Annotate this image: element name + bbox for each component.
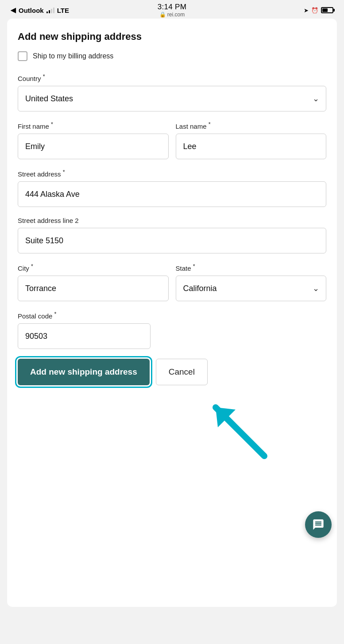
alarm-icon: ⏰ bbox=[311, 7, 318, 14]
location-icon: ➤ bbox=[304, 7, 309, 14]
first-name-label: First name * bbox=[18, 121, 169, 130]
country-select-wrapper: United States ⌄ bbox=[18, 86, 326, 111]
billing-checkbox-label: Ship to my billing address bbox=[33, 52, 113, 60]
bottom-area bbox=[0, 609, 344, 644]
phone-shell: ◀ Outlook LTE 3:14 PM 🔒 rei.com ➤ ⏰ bbox=[0, 0, 344, 644]
add-shipping-address-button[interactable]: Add new shipping address bbox=[18, 359, 150, 385]
city-label: City * bbox=[18, 263, 169, 272]
country-select[interactable]: United States bbox=[18, 86, 326, 111]
city-input[interactable] bbox=[18, 276, 169, 301]
last-name-input[interactable] bbox=[176, 134, 327, 159]
city-state-row: City * State * California ⌄ bbox=[18, 263, 326, 301]
state-select[interactable]: California bbox=[176, 276, 327, 301]
street-label: Street address * bbox=[18, 169, 326, 178]
billing-checkbox[interactable] bbox=[18, 51, 27, 61]
page-title: Add new shipping address bbox=[18, 31, 326, 42]
status-icons: ➤ ⏰ bbox=[304, 7, 333, 14]
arrow-annotation bbox=[18, 385, 326, 465]
form-container: Add new shipping address Ship to my bill… bbox=[7, 19, 337, 607]
last-name-label: Last name * bbox=[176, 121, 327, 130]
carrier-info: ◀ Outlook LTE bbox=[11, 6, 69, 14]
chat-icon bbox=[312, 518, 325, 531]
first-name-field-group: First name * bbox=[18, 121, 169, 159]
street-field-group: Street address * bbox=[18, 169, 326, 207]
signal-bar-3 bbox=[51, 9, 52, 13]
last-name-field-group: Last name * bbox=[176, 121, 327, 159]
cancel-button[interactable]: Cancel bbox=[156, 359, 208, 385]
street2-input[interactable] bbox=[18, 228, 326, 253]
postal-input[interactable] bbox=[18, 323, 151, 349]
signal-bar-2 bbox=[49, 10, 50, 13]
status-bar: ◀ Outlook LTE 3:14 PM 🔒 rei.com ➤ ⏰ bbox=[0, 0, 344, 17]
carrier-name: Outlook bbox=[19, 7, 44, 14]
state-label: State * bbox=[176, 263, 327, 272]
city-field-group: City * bbox=[18, 263, 169, 301]
street-input[interactable] bbox=[18, 181, 326, 207]
svg-marker-1 bbox=[216, 407, 236, 427]
network-type: LTE bbox=[57, 7, 69, 14]
street2-label: Street address line 2 bbox=[18, 217, 326, 224]
signal-bar-1 bbox=[46, 12, 48, 13]
annotation-arrow bbox=[202, 394, 273, 465]
status-time: 3:14 PM bbox=[158, 3, 186, 12]
state-select-wrapper: California ⌄ bbox=[176, 276, 327, 301]
state-field-group: State * California ⌄ bbox=[176, 263, 327, 301]
signal-bar-4 bbox=[53, 8, 54, 13]
lock-icon: 🔒 bbox=[159, 12, 166, 18]
postal-field-group: Postal code * bbox=[18, 311, 326, 349]
form-button-row: Add new shipping address Cancel bbox=[18, 359, 326, 385]
battery-icon bbox=[321, 7, 333, 13]
billing-checkbox-row[interactable]: Ship to my billing address bbox=[18, 51, 326, 61]
country-label: Country * bbox=[18, 73, 326, 82]
svg-line-0 bbox=[216, 407, 264, 456]
street2-field-group: Street address line 2 bbox=[18, 217, 326, 253]
status-url: 🔒 rei.com bbox=[159, 12, 185, 18]
signal-bars bbox=[46, 7, 54, 13]
chat-fab-button[interactable] bbox=[305, 511, 332, 538]
country-field-group: Country * United States ⌄ bbox=[18, 73, 326, 111]
postal-label: Postal code * bbox=[18, 311, 326, 320]
name-row: First name * Last name * bbox=[18, 121, 326, 159]
battery-fill bbox=[322, 8, 328, 12]
status-center: 3:14 PM 🔒 rei.com bbox=[158, 3, 186, 18]
back-arrow: ◀ bbox=[11, 6, 16, 14]
first-name-input[interactable] bbox=[18, 134, 169, 159]
